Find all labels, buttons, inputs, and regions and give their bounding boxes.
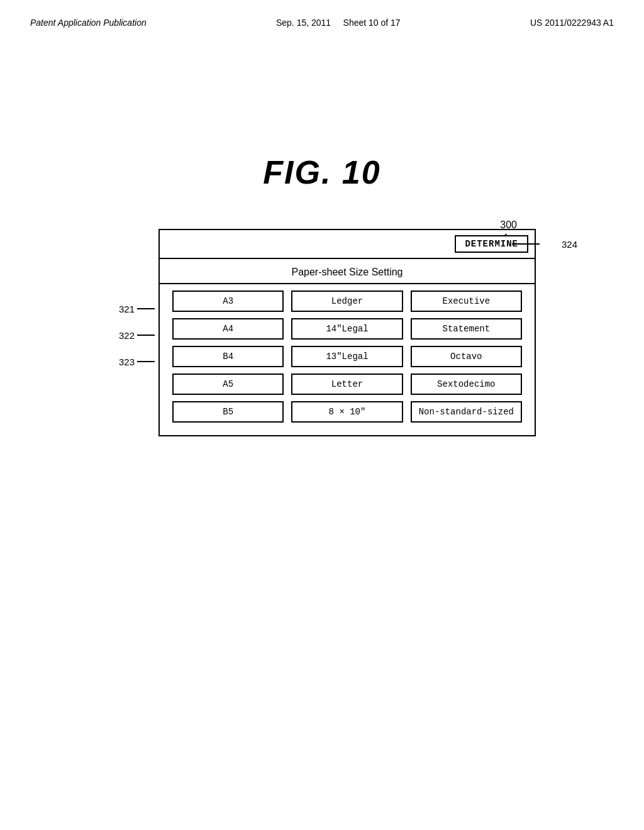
btn-executive[interactable]: Executive — [411, 290, 522, 312]
ref-322-line — [137, 335, 155, 336]
ref-322-label: 322 — [119, 330, 135, 341]
grid-wrapper: 321 322 323 A3 Ledger Executi — [160, 284, 535, 435]
ref-321-line — [137, 308, 155, 309]
ref-323-label: 323 — [119, 357, 135, 367]
header-sheet: Sheet 10 of 17 — [343, 18, 401, 28]
btn-a3[interactable]: A3 — [172, 290, 284, 312]
btn-a5[interactable]: A5 — [172, 374, 284, 395]
ref-324-line — [512, 243, 540, 245]
row-ref-321: 321 — [119, 296, 155, 322]
main-panel: DETERMINE 324 Paper-sheet Size Setting 3… — [158, 229, 536, 436]
btn-ledger[interactable]: Ledger — [291, 290, 402, 312]
button-grid: A3 Ledger Executive A4 14″Legal Statemen… — [160, 284, 535, 435]
btn-13legal[interactable]: 13″Legal — [291, 346, 402, 367]
btn-octavo[interactable]: Octavo — [411, 346, 522, 367]
btn-statement[interactable]: Statement — [411, 318, 522, 340]
ref-324-label: 324 — [562, 239, 577, 250]
ref-323-line — [137, 361, 155, 362]
btn-letter[interactable]: Letter — [291, 374, 402, 395]
btn-sextodecimo[interactable]: Sextodecimo — [411, 374, 522, 395]
page-header: Patent Application Publication Sep. 15, … — [0, 0, 644, 28]
btn-a4[interactable]: A4 — [172, 318, 284, 340]
btn-b5[interactable]: B5 — [172, 401, 284, 423]
row-refs: 321 322 323 — [119, 296, 155, 375]
btn-non-standard[interactable]: Non-standard-sized — [411, 401, 522, 423]
ref-321-label: 321 — [119, 304, 135, 314]
btn-b4[interactable]: B4 — [172, 346, 284, 367]
figure-title: FIG. 10 — [0, 153, 644, 191]
row-ref-323: 323 — [119, 348, 155, 375]
row-ref-322: 322 — [119, 322, 155, 348]
header-date-sheet: Sep. 15, 2011 Sheet 10 of 17 — [276, 18, 401, 28]
header-date: Sep. 15, 2011 — [276, 18, 331, 28]
header-patent-number: US 2011/0222943 A1 — [530, 18, 614, 28]
btn-14legal[interactable]: 14″Legal — [291, 318, 402, 340]
panel-title: Paper-sheet Size Setting — [160, 259, 535, 284]
diagram-container: 300 ↙ DETERMINE 324 Paper-sheet Size Set… — [108, 229, 536, 436]
determine-row: DETERMINE 324 — [160, 230, 535, 259]
btn-8x10[interactable]: 8 × 10″ — [291, 401, 402, 423]
header-publication-type: Patent Application Publication — [30, 18, 147, 28]
